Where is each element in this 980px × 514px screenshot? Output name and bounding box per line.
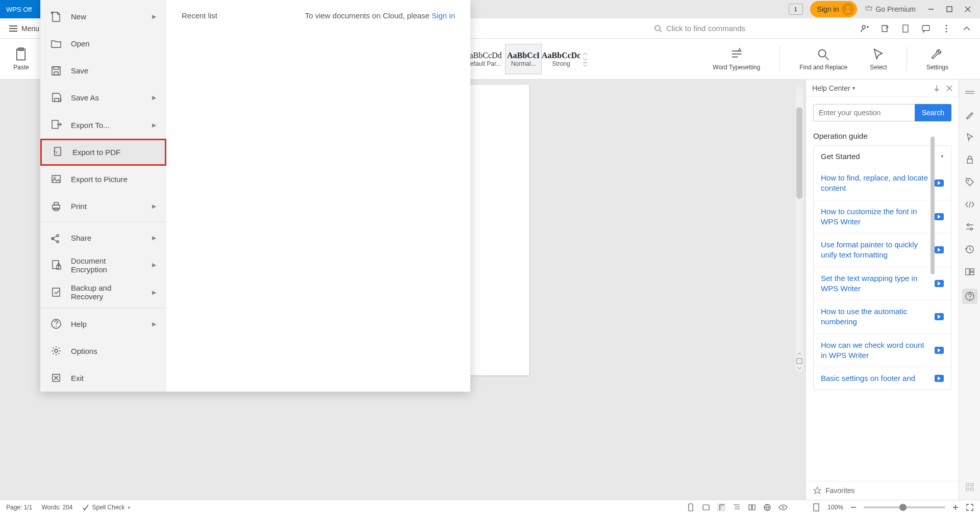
- svg-point-34: [967, 180, 969, 182]
- svg-point-82: [782, 506, 784, 508]
- file-menu-share[interactable]: Share▶: [40, 224, 166, 251]
- close-button[interactable]: [960, 2, 976, 16]
- paste-button[interactable]: Paste: [7, 41, 35, 78]
- rail-collapse-icon[interactable]: [964, 87, 975, 98]
- view-reading-icon[interactable]: [748, 503, 756, 511]
- styles-down-icon[interactable]: [583, 57, 588, 61]
- file-menu-exit[interactable]: Exit: [40, 365, 166, 392]
- help-scrollbar-thumb[interactable]: [931, 137, 935, 274]
- hamburger-icon[interactable]: [9, 25, 17, 32]
- file-menu-new[interactable]: New▶: [40, 3, 166, 30]
- command-search[interactable]: Click to find commands: [654, 24, 745, 33]
- file-menu-export-to-picture[interactable]: Export to Picture: [40, 166, 166, 193]
- search-placeholder-text: Click to find commands: [666, 24, 745, 33]
- history-icon[interactable]: [964, 244, 975, 255]
- styles-more-icon[interactable]: [583, 62, 588, 66]
- cloud-signin-link[interactable]: Sign in: [432, 11, 455, 20]
- find-replace-button[interactable]: Find and Replace: [793, 41, 853, 78]
- close-panel-icon[interactable]: [946, 85, 952, 91]
- vertical-scrollbar[interactable]: [796, 87, 803, 372]
- file-menu-save-as[interactable]: Save As▶: [40, 84, 166, 111]
- view-eye-icon[interactable]: [778, 504, 788, 511]
- grid-icon[interactable]: [964, 481, 975, 493]
- scroll-page-icon[interactable]: [796, 358, 802, 364]
- svg-point-63: [57, 235, 59, 237]
- tag-icon[interactable]: [964, 176, 975, 188]
- code-icon[interactable]: [964, 199, 975, 210]
- page-indicator[interactable]: Page: 1/1: [6, 504, 32, 511]
- fit-page-icon[interactable]: [812, 503, 820, 511]
- signin-button[interactable]: Sign in: [810, 1, 858, 17]
- spellcheck-toggle[interactable]: Spell Check ▸: [82, 504, 131, 511]
- layout-icon[interactable]: [964, 266, 975, 277]
- svg-rect-33: [967, 159, 972, 163]
- play-icon: [935, 213, 944, 220]
- pencil-icon[interactable]: [964, 109, 975, 120]
- select-button[interactable]: Select: [864, 41, 893, 78]
- help-item[interactable]: How can we check word count in WPS Write…: [814, 333, 951, 367]
- gopremium-button[interactable]: Go Premium: [859, 5, 921, 14]
- zoom-in-icon[interactable]: [952, 504, 959, 510]
- share-user-icon[interactable]: [860, 23, 870, 34]
- help-search-button[interactable]: Search: [915, 104, 951, 121]
- help-search-input[interactable]: [813, 104, 915, 121]
- file-menu-open[interactable]: Open: [40, 30, 166, 57]
- fullscreen-icon[interactable]: [966, 503, 974, 511]
- file-menu-print[interactable]: Print▶: [40, 193, 166, 220]
- style-strong[interactable]: AaBbCcDcStrong: [543, 44, 580, 74]
- help-panel-title[interactable]: Help Center: [812, 84, 850, 92]
- minimize-button[interactable]: [923, 2, 939, 16]
- settings-button[interactable]: Settings: [920, 41, 954, 78]
- styles-up-icon[interactable]: [583, 52, 588, 56]
- svg-rect-75: [689, 504, 693, 511]
- style-normal[interactable]: AaBbCcINormal...: [505, 44, 542, 74]
- file-menu-export-to-pdf[interactable]: PExport to PDF: [40, 139, 166, 166]
- help-item[interactable]: Basic settings on footer and: [814, 367, 951, 390]
- fm-icon: [51, 233, 62, 244]
- help-item[interactable]: How to use the automatic numbering: [814, 300, 951, 333]
- maximize-button[interactable]: [941, 2, 958, 16]
- chevron-down-icon[interactable]: ▾: [852, 85, 855, 91]
- zoom-slider[interactable]: [864, 506, 945, 508]
- fm-icon: [51, 92, 62, 104]
- page-icon[interactable]: [900, 23, 911, 34]
- svg-rect-83: [814, 504, 819, 511]
- styles-gallery[interactable]: aBbCcDdefault Par... AaBbCcINormal... Aa…: [467, 44, 590, 74]
- sliders-icon[interactable]: [964, 221, 975, 233]
- zoom-slider-thumb[interactable]: [899, 504, 907, 511]
- zoom-out-icon[interactable]: [850, 504, 857, 510]
- word-count[interactable]: Words: 204: [41, 504, 72, 511]
- help-panel: Help Center ▾ Search Operation guide Get…: [806, 80, 959, 500]
- scroll-up-icon[interactable]: [797, 352, 802, 356]
- file-menu-options[interactable]: Options: [40, 338, 166, 365]
- svg-point-71: [55, 349, 58, 352]
- scrollbar-thumb[interactable]: [796, 107, 802, 199]
- tab-count-badge[interactable]: 1: [789, 4, 803, 15]
- export-icon[interactable]: [880, 23, 890, 34]
- view-page-icon[interactable]: [717, 503, 725, 511]
- file-menu-export-to[interactable]: Export To...▶: [40, 112, 166, 139]
- view-mobile-icon[interactable]: [687, 503, 695, 511]
- file-menu-document-encryption[interactable]: Document Encryption▶: [40, 251, 166, 278]
- view-outline-icon[interactable]: [733, 503, 741, 511]
- more-icon[interactable]: [941, 23, 951, 34]
- scroll-down-icon[interactable]: [797, 366, 802, 370]
- file-menu-save[interactable]: Save: [40, 57, 166, 84]
- svg-point-70: [56, 326, 57, 327]
- comment-icon[interactable]: [921, 23, 931, 34]
- zoom-value[interactable]: 100%: [827, 504, 843, 511]
- view-web-icon[interactable]: [763, 503, 771, 511]
- help-rail-icon[interactable]: [962, 289, 977, 304]
- cursor-rail-icon[interactable]: [964, 132, 975, 143]
- collapse-ribbon-icon[interactable]: [962, 23, 972, 34]
- svg-rect-54: [54, 72, 58, 75]
- favorites-row[interactable]: Favorites: [806, 481, 959, 500]
- file-menu-backup-and-recovery[interactable]: Backup and Recovery▶: [40, 278, 166, 305]
- pin-icon[interactable]: [933, 85, 940, 92]
- menu-label[interactable]: Menu: [21, 24, 39, 33]
- view-tablet-icon[interactable]: [702, 503, 710, 511]
- file-menu-help[interactable]: Help▶: [40, 311, 166, 338]
- style-default-paragraph[interactable]: aBbCcDdefault Par...: [467, 44, 504, 74]
- lock-icon[interactable]: [964, 154, 975, 165]
- word-typesetting-button[interactable]: A Word Typesetting: [707, 41, 766, 78]
